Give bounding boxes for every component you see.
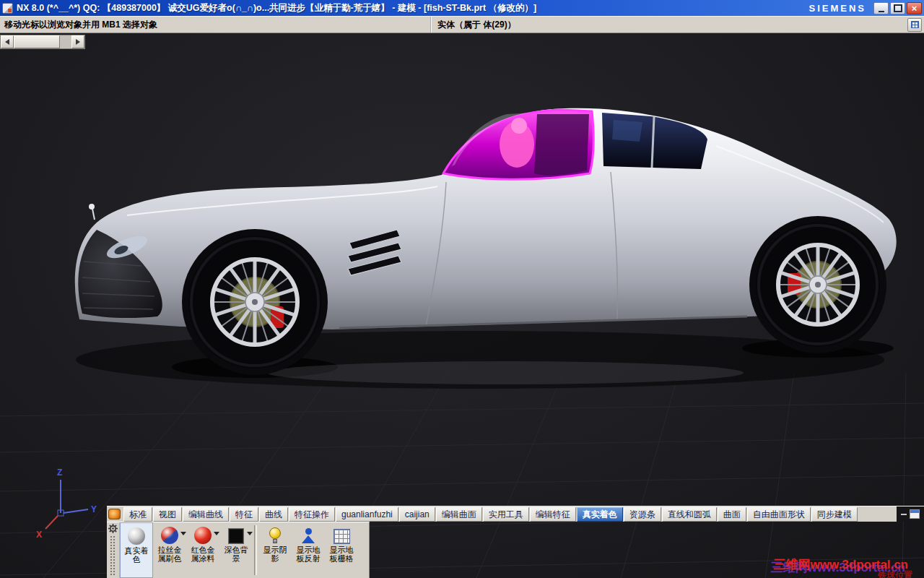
toolbar-item-label: 深色背景 [222, 545, 250, 563]
toolbar-separator [254, 525, 257, 575]
status-bar-toggle-button[interactable] [907, 18, 922, 32]
axis-x-label: X [36, 530, 42, 540]
tab-realistic-shading[interactable]: 真实着色 [577, 507, 623, 522]
gear-icon[interactable] [108, 524, 118, 533]
view-triad: Z Y X [36, 467, 97, 540]
message-bar: 移动光标以浏览对象并用 MB1 选择对象 实体（属于 体(29)） [0, 16, 924, 33]
dropdown-arrow-icon[interactable] [180, 532, 186, 535]
toolbar-item-label: 红色金属涂料 [188, 545, 217, 563]
toolbar-grip [107, 522, 120, 578]
show-floor-reflection-button[interactable]: 显示地板反射 [292, 522, 325, 578]
tab-resource-bar[interactable]: 资源条 [624, 507, 661, 522]
tab-line-and-arc[interactable]: 直线和圆弧 [662, 507, 717, 522]
black-square-icon [227, 525, 245, 544]
watermark-sub-text: 铁球位置 [878, 569, 912, 578]
tab-utility-tools[interactable]: 实用工具 [483, 507, 529, 522]
show-shadow-button[interactable]: 显示阴影 [258, 522, 292, 578]
scrollbar-track[interactable] [60, 35, 71, 48]
siemens-logo: SIEMENS [808, 3, 873, 14]
person-icon [299, 525, 318, 544]
tab-freeform-surface-shape[interactable]: 自由曲面形状 [747, 507, 811, 522]
scrollbar-thumb[interactable] [14, 35, 60, 48]
dock-panel-icon[interactable] [910, 509, 920, 519]
selection-status-text: 实体（属于 体(29)） [432, 19, 907, 31]
left-arrow-icon [5, 39, 9, 45]
axis-y-label: Y [91, 504, 97, 514]
lightbulb-icon [266, 525, 284, 544]
toolbar-item-label: 显示地板反射 [294, 545, 323, 563]
prompt-text: 移动光标以浏览对象并用 MB1 选择对象 [0, 17, 432, 33]
grid-icon [332, 525, 351, 544]
rear-wheel [756, 223, 880, 347]
rear-windows [602, 113, 707, 169]
window-buttons: × [873, 2, 924, 14]
3d-scene: Z Y X [0, 33, 924, 578]
toolbar-item-label: 显示阴影 [261, 545, 289, 563]
toolbar-item-label: 显示地板栅格 [327, 545, 356, 563]
front-wheel [188, 236, 321, 368]
app-icon[interactable] [2, 3, 13, 14]
scroll-left-button[interactable] [1, 35, 14, 48]
show-floor-grid-button[interactable]: 显示地板栅格 [325, 522, 358, 578]
minimize-button[interactable] [873, 2, 889, 14]
highlighted-canopy [443, 110, 593, 179]
tab-bar-end [897, 506, 924, 522]
tab-caijian[interactable]: caijian [399, 507, 435, 522]
drag-handle[interactable] [110, 535, 116, 576]
tab-feature-operation[interactable]: 特征操作 [289, 507, 335, 522]
brushed-metal-button[interactable]: 拉丝金属刷色 [153, 522, 186, 578]
gray-sphere-icon [127, 526, 146, 545]
toolbar-tab-bar: 标准 视图 编辑曲线 特征 曲线 特征操作 guanlianfuzhi caij… [107, 506, 924, 522]
axis-z-label: Z [57, 467, 62, 478]
nx-icon[interactable] [108, 509, 121, 519]
grid-icon [911, 21, 919, 28]
horizontal-scrollbar [0, 35, 85, 49]
tab-standard[interactable]: 标准 [123, 507, 152, 522]
red-metallic-paint-button[interactable]: 红色金属涂料 [186, 522, 219, 578]
dark-background-button[interactable]: 深色背景 [219, 522, 253, 578]
right-arrow-icon [76, 39, 80, 45]
toolbar-item-label: 真实着色 [122, 546, 151, 564]
nx-application-window: { "window": { "title": "NX 8.0 (*^__^*) … [0, 0, 924, 578]
toolbar-item-label: 拉丝金属刷色 [155, 545, 184, 563]
graphics-viewport[interactable]: Z Y X [0, 33, 924, 578]
tab-view[interactable]: 视图 [153, 507, 182, 522]
shading-toolbar: 真实着色 拉丝金属刷色 红色金属涂料 深色背景 显示阴影 显示地板反射 显示地板… [107, 522, 370, 578]
title-bar: NX 8.0 (*^__^*) QQ: 【489387000】 诚交UG爱好者o… [0, 0, 924, 16]
minimize-panel-icon[interactable] [901, 514, 907, 515]
tab-synchronous-modeling[interactable]: 同步建模 [811, 507, 858, 522]
window-title: NX 8.0 (*^__^*) QQ: 【489387000】 诚交UG爱好者o… [17, 2, 536, 14]
dropdown-arrow-icon[interactable] [214, 532, 219, 535]
tab-guanlianfuzhi[interactable]: guanlianfuzhi [336, 507, 398, 522]
tab-curve[interactable]: 曲线 [259, 507, 288, 522]
tab-edit-curve[interactable]: 编辑曲线 [183, 507, 229, 522]
tab-feature[interactable]: 特征 [230, 507, 258, 522]
red-blue-sphere-icon [160, 525, 179, 544]
red-sphere-icon [193, 525, 212, 544]
close-button[interactable]: × [907, 2, 922, 14]
scroll-right-button[interactable] [71, 35, 84, 48]
dropdown-arrow-icon[interactable] [247, 532, 253, 535]
tab-edit-surface[interactable]: 编辑曲面 [436, 507, 482, 522]
tab-surface[interactable]: 曲面 [718, 507, 746, 522]
realistic-shading-button[interactable]: 真实着色 [120, 522, 153, 578]
tab-bar-filler [858, 506, 897, 522]
maximize-button[interactable] [890, 2, 905, 14]
tab-edit-feature[interactable]: 编辑特征 [530, 507, 576, 522]
